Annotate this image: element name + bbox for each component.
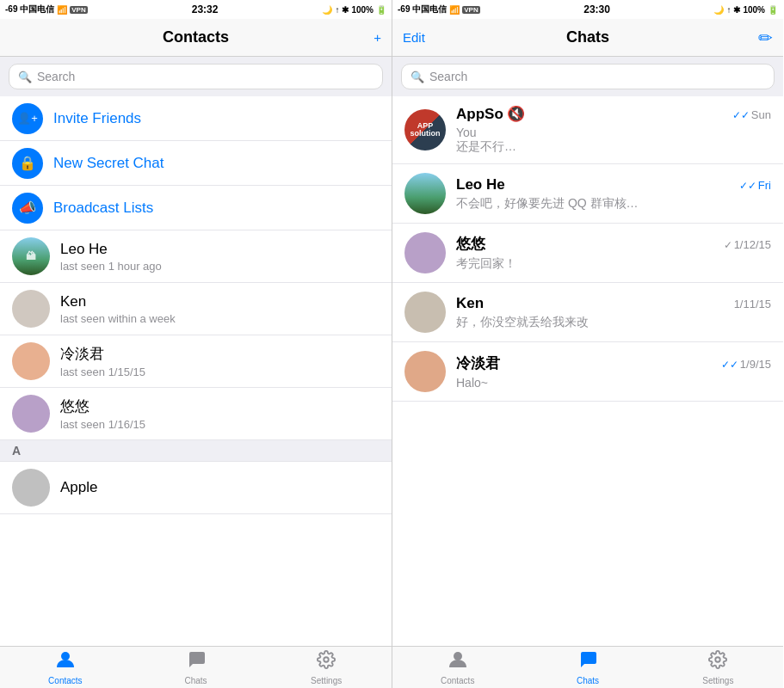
- contacts-tab-icon: [55, 650, 76, 674]
- tab-contacts-right[interactable]: Contacts: [392, 650, 522, 685]
- avatar-ken: [12, 290, 50, 328]
- new-secret-chat-item[interactable]: 🔒 New Secret Chat: [0, 141, 392, 186]
- chat-header-leo: Leo He ✓✓Fri: [456, 176, 771, 194]
- chat-name-ken: Ken: [456, 295, 484, 312]
- chats-nav-container: Edit Chats ✏: [403, 28, 773, 48]
- tab-chats-left[interactable]: Chats: [131, 650, 262, 685]
- chat-preview-appso: You: [456, 126, 771, 139]
- contact-sub-leo: last seen 1 hour ago: [60, 260, 380, 273]
- contact-sub-ken: last seen within a week: [60, 312, 380, 325]
- status-left-right: -69 中国电信 📶 VPN: [398, 3, 480, 15]
- chat-time-lengdan: ✓✓1/9/15: [721, 358, 771, 371]
- chat-info-leo: Leo He ✓✓Fri 不会吧，好像要先进 QQ 群审核…: [456, 176, 771, 212]
- bluetooth-icon-right: ✱: [733, 5, 740, 15]
- contacts-tab-icon-right: [448, 650, 468, 674]
- chat-header-youyou: 悠悠 ✓1/12/15: [456, 234, 771, 254]
- battery-text-right: 100%: [743, 5, 765, 15]
- battery-icon: 🔋: [376, 5, 386, 15]
- location-icon: ↑: [335, 5, 339, 15]
- contacts-tab-label: Contacts: [48, 676, 82, 685]
- broadcast-icon: 📣: [12, 193, 43, 224]
- status-bar-right: -69 中国电信 📶 VPN 23:30 🌙 ↑ ✱ 100% 🔋: [392, 0, 783, 19]
- avatar-chat-leo: [404, 173, 446, 214]
- status-left: -69 中国电信 📶 VPN: [5, 3, 88, 15]
- svg-point-2: [454, 652, 462, 660]
- contact-item-ken[interactable]: Ken last seen within a week: [0, 283, 392, 335]
- avatar-youyou: [12, 395, 50, 433]
- contact-sub-lengdan: last seen 1/15/15: [60, 366, 380, 378]
- chats-search-placeholder: Search: [429, 70, 467, 83]
- chats-search-container: 🔍 Search: [392, 57, 783, 96]
- avatar-appso: APP solution: [404, 109, 446, 150]
- tab-settings-left[interactable]: Settings: [261, 650, 392, 685]
- signal-text-right: -69 中国电信: [398, 3, 447, 15]
- double-check-appso: ✓✓: [732, 109, 750, 121]
- chat-header-lengdan: 冷淡君 ✓✓1/9/15: [456, 353, 771, 373]
- contacts-tab-bar: Contacts Chats Settings: [0, 646, 392, 688]
- chats-nav-bar: Edit Chats ✏: [392, 19, 783, 57]
- chat-preview-ken: 好，你没空就丢给我来改: [456, 315, 771, 330]
- chat-item-appso[interactable]: APP solution AppSo 🔇 ✓✓Sun You 还是不行…: [392, 96, 783, 164]
- compose-button[interactable]: ✏: [758, 28, 773, 48]
- wifi-icon: 📶: [57, 5, 67, 15]
- vpn-badge: VPN: [70, 6, 87, 14]
- moon-icon-right: 🌙: [713, 5, 724, 15]
- chat-info-ken: Ken 1/11/15 好，你没空就丢给我来改: [456, 295, 771, 330]
- chat-item-lengdan[interactable]: 冷淡君 ✓✓1/9/15 Halo~: [392, 342, 783, 402]
- avatar-chat-youyou: [404, 232, 446, 273]
- contacts-tab-label-right: Contacts: [441, 676, 474, 685]
- chat-preview-leo: 不会吧，好像要先进 QQ 群审核…: [456, 196, 771, 212]
- contact-info-leo: Leo He last seen 1 hour ago: [60, 241, 380, 273]
- chat-info-lengdan: 冷淡君 ✓✓1/9/15 Halo~: [456, 353, 771, 390]
- contact-item-lengdan[interactable]: 冷淡君 last seen 1/15/15: [0, 335, 392, 388]
- chat-preview-lengdan: Halo~: [456, 376, 771, 390]
- chat-item-ken[interactable]: Ken 1/11/15 好，你没空就丢给我来改: [392, 283, 783, 342]
- location-icon-right: ↑: [726, 5, 731, 15]
- tab-chats-right[interactable]: Chats: [522, 650, 652, 685]
- status-right-left: 🌙 ↑ ✱ 100% 🔋: [322, 5, 386, 15]
- contact-info-ken: Ken last seen within a week: [60, 293, 380, 325]
- chat-header-ken: Ken 1/11/15: [456, 295, 771, 312]
- chat-time-ken: 1/11/15: [734, 298, 771, 310]
- search-icon-left: 🔍: [18, 71, 32, 83]
- status-right-right: 🌙 ↑ ✱ 100% 🔋: [713, 5, 778, 15]
- svg-point-0: [61, 652, 70, 660]
- battery-icon-right: 🔋: [768, 5, 778, 15]
- signal-text: -69 中国电信: [5, 3, 54, 15]
- contact-item-leo[interactable]: 🏔 Leo He last seen 1 hour ago: [0, 230, 392, 283]
- contact-item-apple[interactable]: Apple: [0, 462, 392, 514]
- invite-friends-item[interactable]: 👤+ Invite Friends: [0, 96, 392, 141]
- contacts-list: 👤+ Invite Friends 🔒 New Secret Chat 📣 Br…: [0, 96, 392, 646]
- wifi-icon-right: 📶: [449, 5, 460, 15]
- contacts-search-bar[interactable]: 🔍 Search: [9, 64, 383, 89]
- chat-header-appso: AppSo 🔇 ✓✓Sun: [456, 105, 771, 123]
- settings-tab-icon-right: [707, 650, 728, 674]
- contacts-search-container: 🔍 Search: [0, 57, 392, 96]
- time-right: 23:30: [583, 3, 610, 15]
- chat-time-leo: ✓✓Fri: [739, 179, 771, 192]
- add-contact-button[interactable]: +: [373, 30, 381, 45]
- tab-contacts[interactable]: Contacts: [0, 650, 131, 685]
- edit-button[interactable]: Edit: [403, 30, 425, 45]
- chat-name-leo: Leo He: [456, 176, 505, 194]
- contacts-search-placeholder: Search: [37, 70, 75, 83]
- chat-item-leo[interactable]: Leo He ✓✓Fri 不会吧，好像要先进 QQ 群审核…: [392, 164, 783, 224]
- chats-title: Chats: [566, 28, 609, 46]
- chats-tab-icon-left: [186, 650, 207, 674]
- settings-tab-icon-left: [316, 650, 336, 674]
- invite-friends-icon: 👤+: [12, 103, 43, 134]
- contact-item-youyou[interactable]: 悠悠 last seen 1/16/15: [0, 388, 392, 440]
- broadcast-lists-item[interactable]: 📣 Broadcast Lists: [0, 186, 392, 230]
- contacts-nav-bar: Contacts +: [0, 19, 392, 57]
- contact-name-lengdan: 冷淡君: [60, 344, 380, 364]
- chats-list: APP solution AppSo 🔇 ✓✓Sun You 还是不行… Leo…: [392, 96, 783, 646]
- tab-settings-right[interactable]: Settings: [653, 650, 783, 685]
- chat-item-youyou[interactable]: 悠悠 ✓1/12/15 考完回家！: [392, 224, 783, 283]
- chats-tab-label-left: Chats: [184, 676, 207, 685]
- contacts-title: Contacts: [163, 28, 229, 46]
- contact-name-leo: Leo He: [60, 241, 380, 258]
- chats-tab-bar: Contacts Chats Settings: [392, 646, 783, 688]
- contact-name-apple: Apple: [60, 479, 380, 496]
- chat-preview2-appso: 还是不行…: [456, 139, 771, 155]
- chats-search-bar[interactable]: 🔍 Search: [401, 64, 775, 89]
